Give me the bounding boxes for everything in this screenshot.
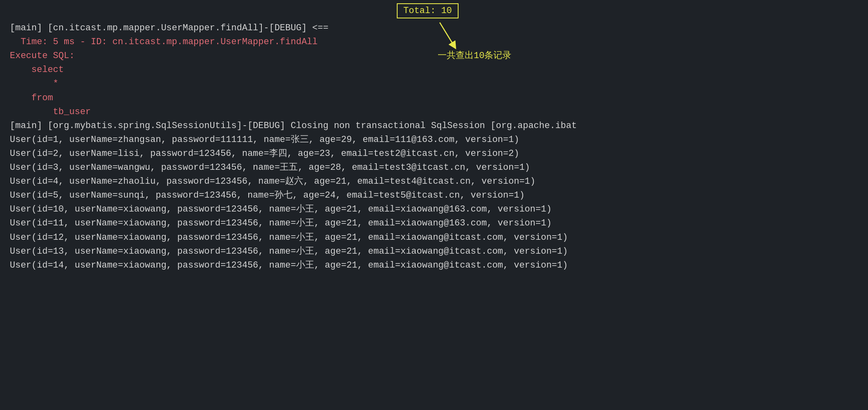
console-line: tb_user xyxy=(10,105,858,119)
console-line: User(id=11, userName=xiaowang, password=… xyxy=(10,216,858,230)
console-line: User(id=14, userName=xiaowang, password=… xyxy=(10,259,858,273)
console-line: User(id=12, userName=xiaowang, password=… xyxy=(10,231,858,245)
console-line: * xyxy=(10,77,858,91)
console-line: User(id=5, userName=sunqi, password=1234… xyxy=(10,189,858,203)
console-line: User(id=2, userName=lisi, password=12345… xyxy=(10,147,858,161)
console-line: User(id=3, userName=wangwu, password=123… xyxy=(10,161,858,175)
console-line: [main] [org.mybatis.spring.SqlSessionUti… xyxy=(10,119,858,133)
annotation-arrow-icon xyxy=(432,20,464,53)
total-annotation-box: Total: 10 xyxy=(397,3,459,18)
console-line: User(id=1, userName=zhangsan, password=1… xyxy=(10,133,858,147)
annotation-label-text: 一共查出10条记录 xyxy=(438,51,511,61)
svg-line-0 xyxy=(440,23,454,46)
console-line: from xyxy=(10,91,858,105)
console-line: User(id=10, userName=xiaowang, password=… xyxy=(10,203,858,216)
console-line: select xyxy=(10,63,858,77)
annotation-label: 一共查出10条记录 xyxy=(438,49,511,61)
console-line: User(id=13, userName=xiaowang, password=… xyxy=(10,245,858,259)
console-line: User(id=4, userName=zhaoliu, password=12… xyxy=(10,175,858,189)
total-annotation-text: Total: 10 xyxy=(403,6,452,16)
